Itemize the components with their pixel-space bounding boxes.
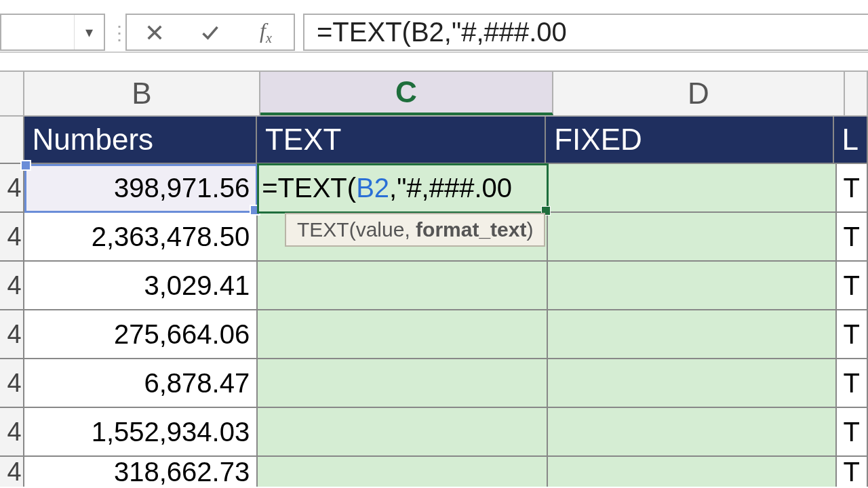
column-headers: B C D: [0, 70, 868, 117]
cell[interactable]: [258, 310, 548, 359]
table-row: 4 1,552,934.03 T: [0, 408, 868, 457]
table-row: 4 6,878.47 T: [0, 359, 868, 408]
column-header-e[interactable]: [845, 72, 868, 115]
table-row: 4 398,971.56 =TEXT(B2,"#,###.00 T: [0, 164, 868, 213]
fx-icon: fx: [260, 18, 272, 46]
cell[interactable]: [548, 262, 837, 310]
cell[interactable]: [548, 359, 837, 408]
table-row: 4 318,662.73 T: [0, 457, 868, 487]
cell[interactable]: 275,664.06: [24, 310, 258, 359]
cell[interactable]: T: [837, 262, 868, 310]
cell[interactable]: 3,029.41: [24, 262, 258, 310]
cell[interactable]: [548, 457, 837, 487]
row-header[interactable]: 4: [0, 408, 24, 457]
formula-bar: ▾ ⋮ fx =TEXT(B2,"#,###.00: [0, 0, 868, 53]
cancel-button[interactable]: [134, 15, 175, 49]
select-all-corner[interactable]: [0, 72, 24, 115]
insert-function-button[interactable]: fx: [245, 15, 286, 49]
cell[interactable]: [258, 262, 548, 310]
row-header[interactable]: [0, 117, 24, 164]
formula-text: =TEXT(B2,"#,###.00: [317, 17, 567, 47]
cell[interactable]: [548, 408, 837, 457]
cell-b2[interactable]: 398,971.56: [24, 164, 258, 213]
cell[interactable]: [258, 359, 548, 408]
cell-c2-editing[interactable]: =TEXT(B2,"#,###.00: [258, 164, 548, 213]
name-box[interactable]: ▾: [0, 14, 105, 51]
column-header-d[interactable]: D: [553, 72, 845, 115]
formula-input[interactable]: =TEXT(B2,"#,###.00: [303, 14, 868, 51]
cell[interactable]: T: [837, 408, 868, 457]
cell[interactable]: 318,662.73: [24, 457, 258, 487]
cell-d2[interactable]: [548, 164, 837, 213]
row-header[interactable]: 4: [0, 164, 24, 213]
row-header[interactable]: 4: [0, 457, 24, 487]
table-row: 4 3,029.41 T: [0, 262, 868, 310]
cell[interactable]: 2,363,478.50: [24, 213, 258, 262]
row-header[interactable]: 4: [0, 213, 24, 262]
table-header-row: Numbers TEXT FIXED L: [0, 117, 868, 164]
row-header[interactable]: 4: [0, 310, 24, 359]
row-header[interactable]: 4: [0, 262, 24, 310]
spacer: [0, 53, 868, 70]
name-box-dropdown[interactable]: ▾: [74, 15, 104, 49]
close-icon: [145, 23, 164, 42]
cell[interactable]: T: [837, 359, 868, 408]
enter-button[interactable]: [190, 15, 231, 49]
cell[interactable]: T: [837, 457, 868, 487]
column-header-c[interactable]: C: [260, 72, 553, 115]
check-icon: [201, 23, 220, 42]
cell[interactable]: [548, 310, 837, 359]
cell[interactable]: [258, 408, 548, 457]
cell-e2[interactable]: T: [837, 164, 868, 213]
formula-bar-buttons: fx: [125, 14, 295, 51]
cell[interactable]: 6,878.47: [24, 359, 258, 408]
table-row: 4 275,664.06 T: [0, 310, 868, 359]
header-cell-text[interactable]: TEXT: [257, 117, 546, 164]
header-cell-fixed[interactable]: FIXED: [546, 117, 833, 164]
chevron-down-icon: ▾: [85, 24, 93, 41]
column-header-b[interactable]: B: [24, 72, 260, 115]
header-cell-l[interactable]: L: [834, 117, 868, 164]
cell[interactable]: [548, 213, 837, 262]
grid-body: 4 398,971.56 =TEXT(B2,"#,###.00 T TEXT(v…: [0, 164, 868, 487]
separator: ⋮: [117, 14, 121, 52]
editing-formula: =TEXT(B2,"#,###.00: [262, 173, 512, 203]
row-header[interactable]: 4: [0, 359, 24, 408]
cell[interactable]: [258, 457, 548, 487]
header-cell-numbers[interactable]: Numbers: [24, 117, 257, 164]
cell[interactable]: 1,552,934.03: [24, 408, 258, 457]
cell[interactable]: T: [837, 310, 868, 359]
function-tooltip[interactable]: TEXT(value, format_text): [285, 213, 545, 247]
cell[interactable]: T: [837, 213, 868, 262]
